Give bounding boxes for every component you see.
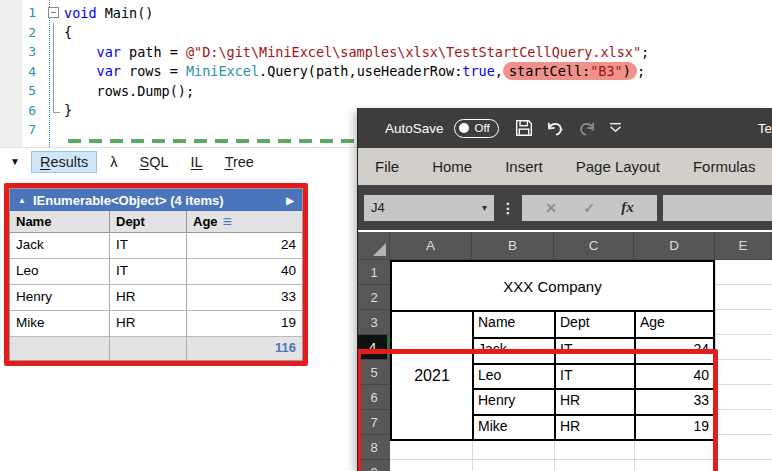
tab-lambda[interactable]: λ	[102, 152, 125, 172]
result-cell: 24	[187, 233, 302, 259]
tab-formulas[interactable]: Formulas	[693, 158, 756, 175]
row-header-3[interactable]: 3	[358, 310, 390, 335]
formula-bar: J4 ▾ ⋮ ✕ ✓ fx	[358, 185, 772, 230]
fold-column	[44, 81, 64, 101]
results-column-headers: Name Dept Age≡	[10, 211, 302, 233]
column-header-c[interactable]: C	[554, 232, 634, 259]
table-row: HenryHR33	[10, 285, 302, 311]
result-cell: HR	[110, 311, 187, 337]
code-text: var path = @"D:\git\MiniExcel\samples\xl…	[64, 44, 649, 60]
code-line[interactable]: 5 rows.Dump();	[0, 81, 772, 101]
table-row: LeoIT40	[10, 259, 302, 285]
results-totals-row: 116	[10, 337, 302, 360]
code-text: rows.Dump();	[64, 83, 194, 99]
tab-file[interactable]: File	[375, 158, 399, 175]
excel-window: AutoSave Off ⌄ ⌄ Te File Home Insert Pag…	[357, 108, 772, 471]
column-header-dept[interactable]: Dept	[110, 211, 187, 232]
spreadsheet[interactable]: ABCDE 123456789 XXX Company 2021 NameDep…	[358, 230, 772, 471]
window-title: Te	[758, 121, 772, 136]
sheet-cell[interactable]: Dept	[554, 312, 634, 337]
redo-group: ⌄	[577, 120, 596, 137]
name-box[interactable]: J4 ▾	[364, 195, 494, 221]
fold-column	[44, 120, 64, 140]
line-number: 1	[0, 5, 44, 20]
line-number: 2	[0, 25, 44, 40]
line-number: 4	[0, 64, 44, 79]
sheet-cell[interactable]: Name	[474, 312, 554, 337]
row-header-2[interactable]: 2	[358, 285, 390, 310]
result-cell: Henry	[10, 285, 110, 311]
column-header-d[interactable]: D	[634, 232, 715, 259]
fold-column	[44, 62, 64, 82]
fold-column: −	[44, 3, 64, 23]
collapse-pane-icon[interactable]: ▼	[10, 156, 20, 167]
tab-page-layout[interactable]: Page Layout	[576, 158, 660, 175]
tab-sql[interactable]: SQL	[132, 152, 177, 172]
result-cell: HR	[110, 285, 187, 311]
fold-collapse-icon[interactable]: −	[48, 7, 59, 18]
annotation-highlight: startCell:"B3")	[503, 62, 637, 80]
select-all-corner[interactable]	[358, 232, 390, 259]
tab-tree[interactable]: Tree	[217, 152, 262, 172]
code-text: var rows = MiniExcel.Query(path,useHeade…	[64, 63, 645, 79]
undo-group[interactable]: ⌄	[546, 120, 565, 137]
total-cell-empty	[110, 337, 187, 360]
column-header-e[interactable]: E	[715, 232, 772, 259]
table-row: MikeHR19	[10, 311, 302, 337]
redo-dropdown-icon: ⌄	[589, 124, 596, 133]
tab-il[interactable]: IL	[183, 152, 211, 172]
merged-cell-company[interactable]: XXX Company	[390, 260, 715, 312]
code-line[interactable]: 2{	[0, 23, 772, 43]
code-line[interactable]: 3 var path = @"D:\git\MiniExcel\samples\…	[0, 42, 772, 62]
tab-results[interactable]: Results	[32, 152, 96, 172]
cancel-icon[interactable]: ✕	[545, 200, 557, 216]
results-header-bar[interactable]: ▲ IEnumerable<Object> (4 items) ▶	[10, 189, 302, 211]
undo-dropdown-icon[interactable]: ⌄	[558, 124, 565, 133]
result-cell: 19	[187, 311, 302, 337]
code-line[interactable]: 1−void Main()	[0, 3, 772, 23]
tab-insert[interactable]: Insert	[505, 158, 543, 175]
formula-input[interactable]	[663, 195, 772, 221]
collapse-icon[interactable]: ▲	[18, 196, 26, 205]
save-icon[interactable]	[515, 119, 533, 137]
formula-bar-handle-icon[interactable]: ⋮	[501, 200, 515, 216]
row-header-1[interactable]: 1	[358, 260, 390, 285]
customize-toolbar-icon[interactable]	[609, 122, 622, 134]
sheet-cell[interactable]: Age	[634, 312, 713, 337]
code-text: void Main()	[64, 5, 153, 21]
result-cell: 40	[187, 259, 302, 285]
column-header-b[interactable]: B	[472, 232, 554, 259]
clipped-comment-line	[68, 139, 354, 143]
autosave-toggle[interactable]: Off	[454, 119, 499, 138]
result-cell: Mike	[10, 311, 110, 337]
tab-home[interactable]: Home	[432, 158, 472, 175]
results-title: IEnumerable<Object> (4 items)	[33, 193, 224, 208]
expand-icon[interactable]: ▶	[286, 195, 294, 206]
sort-icon[interactable]: ≡	[223, 217, 232, 227]
namebox-dropdown-icon[interactable]: ▾	[482, 202, 487, 213]
excel-titlebar: AutoSave Off ⌄ ⌄ Te	[358, 108, 772, 148]
column-header-age[interactable]: Age≡	[187, 211, 302, 232]
toggle-knob-icon	[459, 123, 469, 133]
insert-function-icon[interactable]: fx	[621, 199, 634, 216]
results-rows: JackIT24LeoIT40HenryHR33MikeHR19	[10, 233, 302, 337]
sheet-annotation-box	[358, 349, 718, 471]
enter-icon[interactable]: ✓	[583, 200, 595, 216]
column-header-a[interactable]: A	[390, 232, 472, 259]
results-annotation-box: ▲ IEnumerable<Object> (4 items) ▶ Name D…	[4, 183, 308, 366]
fold-column	[44, 101, 64, 121]
result-cell: IT	[110, 233, 187, 259]
result-cell: Leo	[10, 259, 110, 285]
code-line[interactable]: 4 var rows = MiniExcel.Query(path,useHea…	[0, 62, 772, 82]
quick-access-toolbar: ⌄ ⌄	[515, 119, 622, 137]
column-header-name[interactable]: Name	[10, 211, 110, 232]
sheet-column-headers: ABCDE	[358, 232, 772, 260]
line-number: 5	[0, 83, 44, 98]
line-number: 3	[0, 44, 44, 59]
code-text: {	[64, 24, 72, 40]
result-cell: IT	[110, 259, 187, 285]
total-value: 116	[187, 337, 302, 360]
ribbon-tabs: File Home Insert Page Layout Formulas	[358, 148, 772, 185]
code-text: }	[64, 102, 72, 118]
fold-column	[44, 42, 64, 62]
